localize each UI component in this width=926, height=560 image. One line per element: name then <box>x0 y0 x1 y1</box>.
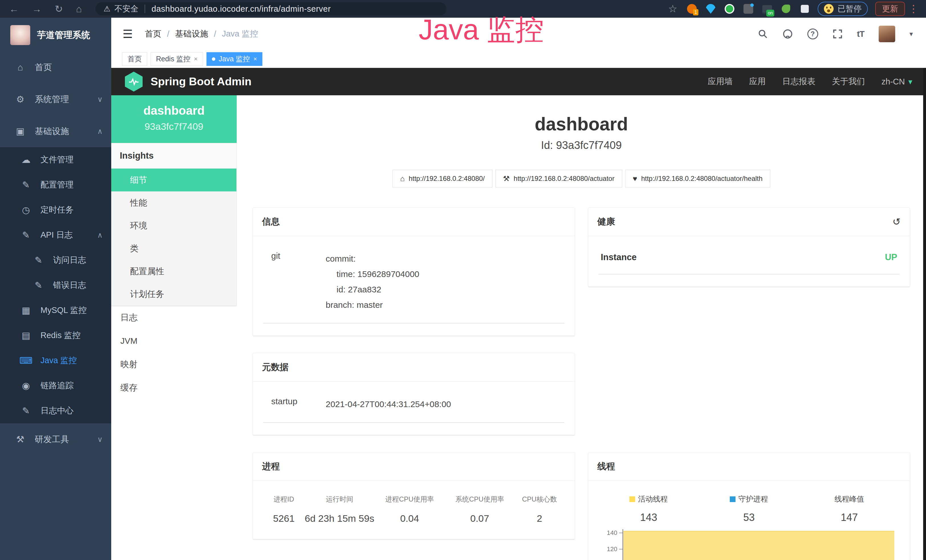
scrollbar[interactable] <box>923 68 926 560</box>
history-icon[interactable]: ↺ <box>893 216 901 227</box>
address-divider <box>145 5 145 13</box>
wrench-icon: ⚒ <box>503 174 510 183</box>
process-panel-title: 进程 <box>262 460 280 472</box>
sidebar-item-infra[interactable]: ▣ 基础设施 ∧ <box>0 115 111 147</box>
log-edit-icon: ✎ <box>20 230 33 241</box>
browser-reload-icon[interactable]: ↻ <box>55 3 63 15</box>
tag-tabs-bar: 首页 Redis 监控 × Java 监控 × <box>111 50 926 68</box>
extension-on-badge: on <box>766 10 774 17</box>
menu-item-environment[interactable]: 环境 <box>111 214 236 237</box>
instance-links: ⌂ http://192.168.0.2:48080/ ⚒ http://192… <box>253 170 910 188</box>
address-bar[interactable]: ⚠ 不安全 dashboard.yudao.iocoder.cn/infra/a… <box>95 2 446 15</box>
sidebar-item-api-log[interactable]: ✎ API 日志 ∧ <box>0 222 111 248</box>
tab-java-monitor[interactable]: Java 监控 × <box>206 52 263 66</box>
app-title: 芋道管理系统 <box>37 29 90 41</box>
user-menu-caret-icon[interactable]: ▾ <box>909 30 913 38</box>
threads-panel: 线程 活动线程 守护进程 线程峰值 143 53 147 <box>588 452 910 560</box>
menu-item-scheduled-tasks[interactable]: 计划任务 <box>111 283 236 306</box>
monitor-icon: ▣ <box>14 126 27 137</box>
sidebar-item-java-monitor[interactable]: ⌨ Java 监控 <box>0 348 111 373</box>
spring-boot-admin-logo[interactable] <box>125 72 142 92</box>
service-url-link[interactable]: ⌂ http://192.168.0.2:48080/ <box>392 170 493 188</box>
menu-item-logfile[interactable]: 日志 <box>111 306 237 329</box>
profile-paused-chip[interactable]: 已暂停 <box>818 2 868 16</box>
home-icon: ⌂ <box>14 62 27 73</box>
github-icon[interactable] <box>782 29 793 39</box>
sidebar-item-error-log[interactable]: ✎ 错误日志 <box>0 273 111 298</box>
database-icon: ▦ <box>20 305 33 316</box>
spring-boot-admin-frame: Spring Boot Admin 应用墙 应用 日志报表 关于我们 zh-CN… <box>111 68 926 560</box>
browser-menu-icon[interactable]: ⋮ <box>908 3 918 15</box>
extension-green-circle-icon[interactable] <box>723 3 735 15</box>
live-threads-value: 143 <box>599 512 699 524</box>
menu-item-metrics[interactable]: 性能 <box>111 191 236 214</box>
threads-chart-yaxis: 140 120 100 <box>599 529 623 560</box>
sidebar-item-home[interactable]: ⌂ 首页 <box>0 51 111 83</box>
actuator-url-link[interactable]: ⚒ http://192.168.0.2:48080/actuator <box>495 170 622 188</box>
help-icon[interactable]: ? <box>807 29 818 39</box>
handwritten-annotation: Java 监控 <box>419 11 544 49</box>
sidebar-item-mysql-monitor[interactable]: ▦ MySQL 监控 <box>0 298 111 323</box>
layers-icon: ▤ <box>20 330 33 341</box>
close-icon[interactable]: × <box>194 55 198 63</box>
extension-leaf-icon[interactable] <box>780 3 792 15</box>
sidebar-toggle-icon[interactable]: ☰ <box>123 27 133 41</box>
health-instance-label[interactable]: Instance <box>601 252 637 262</box>
tab-redis-monitor[interactable]: Redis 监控 × <box>151 52 203 66</box>
extension-grid-icon[interactable] <box>742 3 754 15</box>
browser-forward-icon[interactable]: → <box>32 3 42 15</box>
browser-back-icon[interactable]: ← <box>9 3 19 15</box>
bookmark-star-icon[interactable]: ☆ <box>668 3 677 15</box>
search-icon[interactable] <box>758 29 768 39</box>
extension-pin-icon[interactable] <box>705 3 717 15</box>
sba-locale-select[interactable]: zh-CN ▾ <box>882 77 912 86</box>
breadcrumb-infra[interactable]: 基础设施 <box>175 28 208 40</box>
sidebar-item-devtools[interactable]: ⚒ 研发工具 ∨ <box>0 423 111 455</box>
sidebar-item-config-manage[interactable]: ✎ 配置管理 <box>0 172 111 197</box>
sidebar-item-log-center[interactable]: ✎ 日志中心 <box>0 398 111 423</box>
health-panel: 健康 ↺ Instance UP <box>588 207 910 287</box>
sba-nav-wallboard[interactable]: 应用墙 <box>708 76 732 87</box>
sidebar-item-access-log[interactable]: ✎ 访问日志 <box>0 248 111 273</box>
process-uptime: 6d 23h 15m 59s <box>304 513 375 524</box>
sidebar-item-redis-monitor[interactable]: ▤ Redis 监控 <box>0 323 111 348</box>
sidebar-item-file-manage[interactable]: ☁ 文件管理 <box>0 147 111 172</box>
sba-brand-title[interactable]: Spring Boot Admin <box>151 75 251 88</box>
log-edit-icon: ✎ <box>20 406 33 416</box>
sba-nav-about[interactable]: 关于我们 <box>832 76 865 87</box>
tab-home[interactable]: 首页 <box>122 52 147 66</box>
font-size-icon[interactable]: tT <box>857 29 864 39</box>
breadcrumb-home[interactable]: 首页 <box>145 28 162 40</box>
active-dot-icon <box>212 58 215 61</box>
app-logo-row[interactable]: 芋道管理系统 <box>0 18 111 51</box>
extension-orange-icon[interactable]: 1 <box>686 3 698 15</box>
extensions-puzzle-icon[interactable] <box>799 3 811 15</box>
extension-stack-icon[interactable]: on <box>761 3 773 15</box>
extension-badge: 1 <box>693 9 698 15</box>
user-avatar[interactable] <box>879 26 895 42</box>
menu-item-classes[interactable]: 类 <box>111 237 236 260</box>
instance-card[interactable]: dashboard 93a3fc7f7409 <box>111 95 237 143</box>
menu-item-caches[interactable]: 缓存 <box>111 376 237 400</box>
menu-item-configprops[interactable]: 配置属性 <box>111 260 236 283</box>
sidebar-item-system[interactable]: ⚙ 系统管理 ∨ <box>0 83 111 115</box>
sba-nav-journal[interactable]: 日志报表 <box>782 76 816 87</box>
menu-item-details[interactable]: 细节 <box>111 169 236 191</box>
menu-item-jvm[interactable]: JVM <box>111 329 237 353</box>
fullscreen-icon[interactable] <box>832 29 843 39</box>
breadcrumb: 首页 / 基础设施 / Java 监控 <box>145 28 258 40</box>
sidebar-item-trace[interactable]: ◉ 链路追踪 <box>0 373 111 398</box>
page-url[interactable]: dashboard.yudao.iocoder.cn/infra/admin-s… <box>151 4 331 14</box>
metadata-panel: 元数据 startup 2021-04-27T00:44:31.254+08:0… <box>253 353 575 435</box>
home-icon: ⌂ <box>400 174 405 183</box>
browser-update-button[interactable]: 更新 <box>875 2 905 16</box>
not-secure-label[interactable]: 不安全 <box>114 3 138 14</box>
menu-item-mappings[interactable]: 映射 <box>111 353 237 376</box>
browser-home-icon[interactable]: ⌂ <box>76 3 82 15</box>
close-icon[interactable]: × <box>254 55 257 63</box>
health-url-link[interactable]: ♥ http://192.168.0.2:48080/actuator/heal… <box>625 170 770 188</box>
sidebar-item-scheduled-job[interactable]: ◷ 定时任务 <box>0 197 111 222</box>
log-edit-icon: ✎ <box>32 255 45 266</box>
sba-nav-applications[interactable]: 应用 <box>749 76 766 87</box>
insights-section-title: Insights <box>111 143 236 169</box>
